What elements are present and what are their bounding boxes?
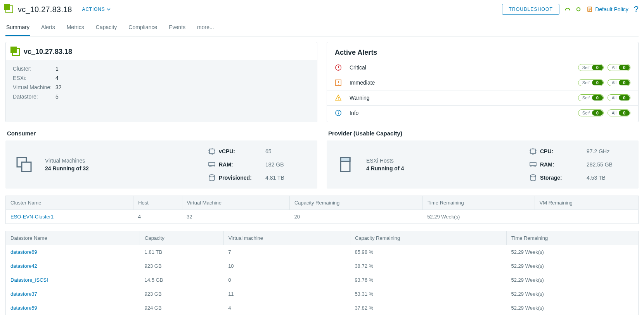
- cell: 4: [223, 301, 350, 315]
- tab-capacity[interactable]: Capacity: [95, 20, 118, 36]
- row-name-cell[interactable]: ESO-EVN-Cluster1: [6, 210, 133, 224]
- stat-label: vCPU:: [219, 148, 265, 154]
- all-pill[interactable]: All0: [608, 94, 630, 101]
- alert-row-warning: Warning Self0 All0: [327, 90, 638, 105]
- row-name-cell[interactable]: datastore42: [6, 259, 140, 273]
- column-header[interactable]: Capacity Remaining: [350, 231, 506, 245]
- status-indicator-1[interactable]: [565, 7, 570, 12]
- consumer-title: Consumer: [7, 130, 316, 137]
- kv-key: Virtual Machine:: [13, 84, 55, 90]
- alert-name: Critical: [350, 64, 366, 71]
- cell: 0: [223, 273, 350, 287]
- info-icon: [335, 109, 342, 116]
- column-header[interactable]: Host: [133, 196, 182, 210]
- self-pill[interactable]: Self0: [578, 64, 604, 71]
- stat-value: 182 GB: [265, 161, 308, 168]
- tab-more[interactable]: more...: [196, 20, 215, 36]
- cell: 4: [133, 210, 182, 224]
- cell: 93.76 %: [350, 273, 506, 287]
- active-alerts-card: Active Alerts Critical Self0 All0 Immedi…: [327, 42, 639, 122]
- row-name-cell[interactable]: datastore59: [6, 301, 140, 315]
- column-header[interactable]: Datastore Name: [6, 231, 140, 245]
- overview-card: vc_10.27.83.18 Cluster:1 ESXi:4 Virtual …: [5, 42, 317, 122]
- row-name-cell[interactable]: datastore37: [6, 287, 140, 301]
- tab-alerts[interactable]: Alerts: [40, 20, 56, 36]
- tab-summary[interactable]: Summary: [5, 20, 30, 36]
- help-icon[interactable]: ?: [634, 4, 639, 14]
- cell: 85.98 %: [350, 245, 506, 259]
- stat-label: Storage:: [540, 175, 587, 181]
- clusters-table: Cluster NameHostVirtual MachineCapacity …: [5, 196, 639, 224]
- svg-rect-12: [531, 149, 535, 154]
- stat-label: CPU:: [540, 148, 587, 154]
- tab-events[interactable]: Events: [168, 20, 186, 36]
- datastores-table: Datastore NameCapacityVirtual machineCap…: [5, 231, 639, 315]
- svg-point-9: [209, 175, 215, 177]
- stat-label: Provisioned:: [219, 175, 265, 181]
- provider-lead-sub: 4 Running of 4: [366, 165, 404, 172]
- svg-rect-8: [209, 163, 215, 166]
- alert-name: Info: [350, 110, 358, 116]
- consumer-lead-sub: 24 Running of 32: [45, 165, 89, 172]
- cell: 38.72 %: [350, 259, 506, 273]
- kv-key: Cluster:: [13, 66, 55, 72]
- vcenter-icon: [5, 5, 13, 13]
- column-header[interactable]: Capacity Remaining: [289, 196, 422, 210]
- self-pill[interactable]: Self0: [578, 94, 604, 101]
- tab-compliance[interactable]: Compliance: [128, 20, 158, 36]
- svg-rect-13: [530, 163, 536, 166]
- consumer-panel: Virtual Machines 24 Running of 32 vCPU: …: [5, 140, 317, 189]
- policy-icon: [587, 6, 593, 12]
- stat-label: RAM:: [219, 161, 265, 168]
- table-row: datastore37923 GB1153.31 %52.29 Week(s): [6, 287, 639, 301]
- column-header[interactable]: Virtual machine: [223, 231, 350, 245]
- consumer-lead-title: Virtual Machines: [45, 158, 89, 164]
- kv-key: ESXi:: [13, 75, 55, 81]
- vcenter-icon: [12, 48, 20, 56]
- immediate-icon: [335, 79, 342, 86]
- default-policy-link[interactable]: Default Policy: [587, 6, 628, 12]
- self-pill[interactable]: Self0: [578, 79, 604, 86]
- cell: 32: [182, 210, 289, 224]
- all-pill[interactable]: All0: [608, 109, 630, 116]
- svg-rect-11: [341, 158, 350, 161]
- row-name-cell[interactable]: Datastore_iSCSI: [6, 273, 140, 287]
- ram-icon: [208, 161, 216, 168]
- column-header[interactable]: Time Remaining: [507, 231, 639, 245]
- cell: 10: [223, 259, 350, 273]
- critical-icon: [335, 64, 342, 71]
- provider-title: Provider (Usable Capacity): [328, 130, 637, 137]
- all-pill[interactable]: All0: [608, 79, 630, 86]
- cell: 923 GB: [140, 259, 224, 273]
- storage-icon: [529, 174, 537, 182]
- troubleshoot-button[interactable]: TROUBLESHOOT: [502, 4, 559, 15]
- kv-val: 32: [55, 84, 79, 90]
- all-pill[interactable]: All0: [608, 64, 630, 71]
- cell: 52.29 Week(s): [507, 259, 639, 273]
- status-indicator-2[interactable]: [576, 7, 581, 12]
- column-header[interactable]: Virtual Machine: [182, 196, 289, 210]
- policy-label: Default Policy: [595, 6, 628, 12]
- column-header[interactable]: VM Remaining: [535, 196, 638, 210]
- column-header[interactable]: Cluster Name: [6, 196, 133, 210]
- table-row: datastore42923 GB1038.72 %52.29 Week(s): [6, 259, 639, 273]
- column-header[interactable]: Capacity: [140, 231, 224, 245]
- tab-metrics[interactable]: Metrics: [66, 20, 85, 36]
- row-name-cell[interactable]: datastore69: [6, 245, 140, 259]
- warning-icon: [335, 94, 342, 101]
- column-header[interactable]: Time Remaining: [422, 196, 535, 210]
- provider-lead-title: ESXi Hosts: [366, 158, 404, 164]
- self-pill[interactable]: Self0: [578, 109, 604, 116]
- alerts-title: Active Alerts: [327, 42, 638, 60]
- actions-dropdown[interactable]: ACTIONS: [82, 7, 111, 12]
- stat-value: 4.81 TB: [265, 175, 308, 181]
- host-icon: [336, 155, 355, 174]
- stat-value: 4.53 TB: [587, 175, 629, 181]
- cell: 52.29 Week(s): [507, 273, 639, 287]
- cpu-icon: [208, 147, 216, 155]
- cell: 37.82 %: [350, 301, 506, 315]
- cell: 53.31 %: [350, 287, 506, 301]
- provider-panel: ESXi Hosts 4 Running of 4 CPU: 97.2 GHz …: [327, 140, 639, 189]
- cell: 20: [289, 210, 422, 224]
- cpu-icon: [529, 147, 537, 155]
